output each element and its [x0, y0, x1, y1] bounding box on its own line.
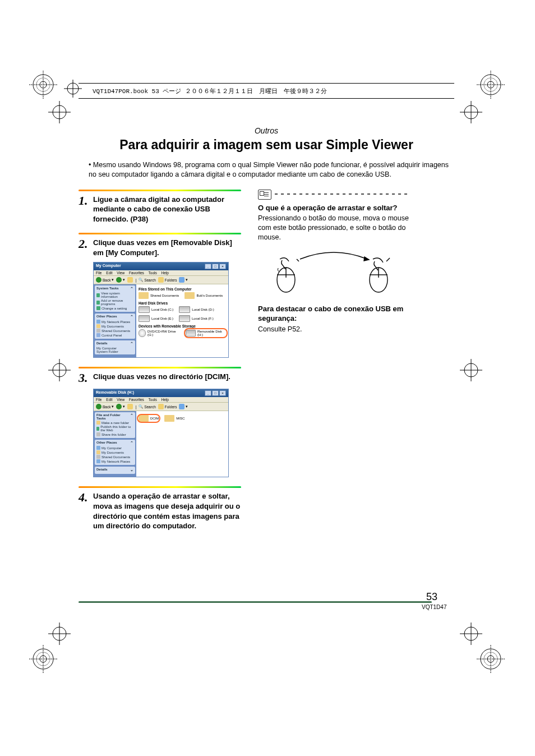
back-icon: [96, 404, 102, 409]
place-icon: [96, 333, 100, 337]
main-title: Para adquirir a imagem sem usar Simple V…: [79, 137, 454, 153]
min-btn: _: [205, 264, 211, 269]
task-item: Publish this folder to the Web: [100, 425, 133, 432]
place-item: My Network Places: [102, 460, 130, 463]
note-body: Pressionando o botão do mouse, mova o mo…: [258, 214, 409, 242]
task-item: View system information: [101, 292, 133, 298]
step-number: 4.: [79, 491, 93, 504]
drive-label: Local Disk (D:): [192, 308, 214, 311]
task-icon: [96, 301, 100, 305]
corner-mark-br: [477, 645, 505, 673]
step-text: Usando a operação de arrastar e soltar, …: [93, 491, 241, 531]
toolbar: Back ▾ ▾ | 🔍 Search Folders ▾: [94, 403, 228, 411]
section-heading: Devices with Removable Storage: [139, 324, 226, 328]
step-text: Ligue a câmara digital ao computador med…: [93, 195, 241, 224]
pane-header: Details: [96, 342, 108, 346]
drive-icon: [179, 306, 190, 313]
reg-mark: [48, 101, 71, 123]
back-label: Back: [103, 278, 110, 282]
section-header: Outros: [79, 126, 454, 135]
reg-mark: [48, 359, 71, 381]
max-btn: □: [212, 264, 219, 269]
corner-mark-bl: [29, 645, 57, 673]
step-1: 1. Ligue a câmara digital ao computador …: [79, 190, 241, 224]
folder-label: MISC: [176, 417, 185, 420]
collapse-icon: ⌃: [130, 413, 133, 420]
menu-edit: Edit: [106, 398, 112, 402]
menu-edit: Edit: [106, 271, 112, 275]
back-icon: [96, 277, 102, 283]
removable-disk-item: Removable Disk (H:): [186, 329, 226, 337]
folder-label: Bob's Documents: [196, 294, 223, 297]
place-item: Shared Documents: [102, 455, 130, 459]
place-icon: [96, 459, 100, 463]
usb-note-body: Consulte P52.: [258, 325, 409, 334]
drive-icon: [139, 315, 150, 322]
reg-mark: [460, 101, 482, 123]
menu-help: Help: [162, 398, 169, 402]
back-label: Back: [103, 405, 110, 409]
task-item: Make a new folder: [102, 421, 129, 425]
place-item: My Documents: [102, 451, 124, 454]
note-header-row: [258, 190, 409, 200]
screenshot-removable-disk: Removable Disk (H:) _□× File Edit View F…: [93, 389, 229, 477]
forward-icon: [116, 404, 122, 409]
usb-note-title: Para destacar o cabo de conexão USB em s…: [258, 304, 409, 324]
dash-line: [275, 193, 409, 196]
menu-view: View: [117, 271, 124, 275]
menu-favorites: Favorites: [129, 271, 144, 275]
step-text: Clique duas vezes no directório [DCIM].: [93, 372, 230, 382]
task-item: Change a setting: [102, 307, 127, 310]
search-label: Search: [144, 278, 156, 282]
step-number: 2.: [79, 238, 93, 250]
pane-header: Other Places: [96, 441, 117, 445]
place-item: My Network Places: [102, 320, 130, 324]
menu-favorites: Favorites: [129, 398, 144, 402]
note-icon: [258, 190, 271, 200]
step-2: 2. Clique duas vezes em [Removable Disk]…: [79, 233, 241, 358]
task-icon: [96, 427, 99, 431]
task-item: Add or remove programs: [101, 299, 133, 306]
min-btn: _: [205, 390, 211, 396]
place-icon: [96, 455, 100, 459]
close-btn: ×: [219, 264, 226, 269]
page-number: 53: [426, 591, 437, 603]
task-icon: [96, 293, 100, 297]
drive-label: Local Disk (C:): [151, 308, 173, 311]
window-controls: _□×: [204, 264, 226, 269]
folder-icon: [164, 415, 174, 422]
details-pane: Details⌃ My Computer System Folder: [95, 340, 135, 354]
other-places-pane: Other Places⌃ My Computer My Documents S…: [95, 440, 135, 465]
step-number: 1.: [79, 195, 93, 207]
collapse-icon: ⌃: [130, 342, 133, 346]
highlight-ring: [137, 414, 160, 423]
place-icon: [96, 320, 100, 324]
task-icon: [96, 306, 100, 310]
dcim-folder: DCIM: [139, 415, 159, 422]
folders-icon: [158, 404, 164, 409]
menubar: File Edit View Favorites Tools Help: [94, 270, 228, 276]
place-item: My Computer: [102, 446, 122, 450]
corner-mark-tr: [477, 71, 505, 99]
pane-header: System Tasks: [96, 287, 119, 291]
up-icon: [127, 277, 133, 283]
place-item: My Documents: [102, 325, 124, 328]
corner-mark-tl: [29, 71, 57, 99]
place-icon: [96, 324, 100, 328]
menu-view: View: [117, 398, 124, 402]
task-icon: [96, 421, 100, 425]
step-number: 3.: [79, 372, 93, 384]
window-titlebar: Removable Disk (H:) _□×: [94, 389, 228, 397]
window-title: My Computer: [96, 264, 121, 269]
toolbar: Back ▾ ▾ | 🔍 Search Folders ▾: [94, 276, 228, 284]
max-btn: □: [212, 390, 219, 396]
menu-tools: Tools: [149, 271, 157, 275]
doc-code: VQT1D47: [422, 604, 446, 610]
folders-label: Folders: [165, 405, 177, 409]
place-icon: [96, 329, 100, 333]
search-label: Search: [144, 405, 156, 409]
pane-header: Details: [96, 468, 108, 472]
folder-icon: [185, 292, 195, 299]
drive-label: DVD/CD-RW Drive (G:): [147, 330, 180, 336]
window-titlebar: My Computer _□×: [94, 262, 228, 270]
